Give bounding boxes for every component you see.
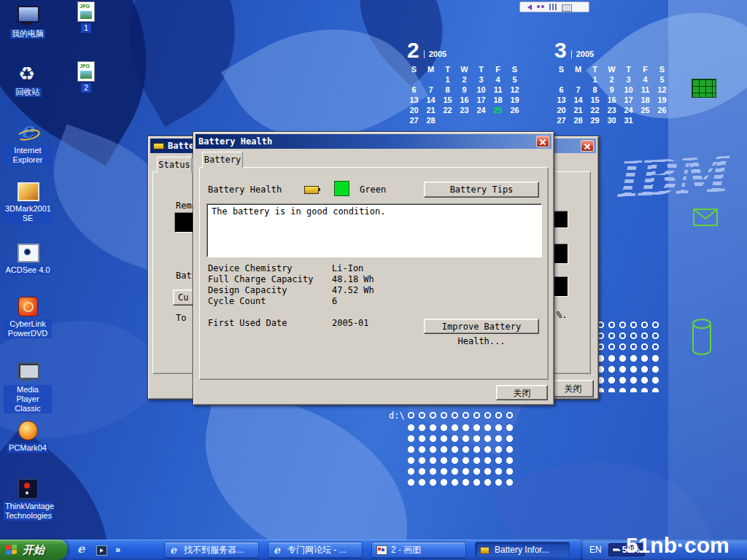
battery-health-titlebar[interactable]: Battery Health xyxy=(196,134,551,149)
field-value: 2005-01 xyxy=(332,318,369,328)
calendar-day: 3 xyxy=(620,74,637,85)
taskbar-task-2[interactable]: 专门网论坛 - ... xyxy=(268,542,363,558)
calendar-day: 30 xyxy=(603,115,620,125)
3dmark-icon xyxy=(15,179,40,203)
thinkvantage-icon xyxy=(15,477,40,500)
tab-status[interactable]: Status xyxy=(157,157,192,173)
desktop-icon-3dmark[interactable]: 3DMark2001 SE xyxy=(3,179,53,223)
image-thumbnail xyxy=(80,71,92,79)
pcmark-icon xyxy=(15,419,40,442)
battery-tips-button[interactable]: Battery Tips xyxy=(424,182,539,198)
battery-health-dialog[interactable]: Battery Health Battery Battery Health Gr… xyxy=(193,131,554,405)
quicklaunch-media-player[interactable] xyxy=(96,544,107,556)
file-icon-jpg-1[interactable]: JPG1 xyxy=(73,1,99,33)
calendar-month-number: 2 xyxy=(407,41,419,60)
calendar-day: 19 xyxy=(506,95,523,105)
calendar-day-header: T xyxy=(587,64,603,74)
language-indicator[interactable]: EN xyxy=(589,545,602,555)
calendar-day: 25 xyxy=(489,105,506,115)
field-label: Full Charge Capacity xyxy=(208,274,314,284)
field-value: 47.52 Wh xyxy=(332,285,374,295)
calendar-day: 24 xyxy=(473,105,489,115)
taskbar-task-3[interactable]: 2 - 画图 xyxy=(371,542,466,558)
desktop-icon-label: 我的电脑 xyxy=(10,29,45,39)
file-icon-jpg-2[interactable]: JPG2 xyxy=(73,61,99,93)
desktop-icon-powerdvd[interactable]: CyberLink PowerDVD xyxy=(3,295,53,338)
calendar-day: 14 xyxy=(422,95,439,105)
jpg-file-icon: JPG xyxy=(77,61,95,82)
speaker-icon xyxy=(525,4,532,10)
battery-cylinder-icon xyxy=(690,318,713,356)
dot-grid-pattern xyxy=(595,319,662,351)
taskbar-task-1[interactable]: 找不到服务器... xyxy=(164,542,259,558)
field-value: Li-Ion xyxy=(332,263,363,273)
desktop-icon-my-computer[interactable]: 我的电脑 xyxy=(3,4,53,39)
calendar-day: 10 xyxy=(620,85,637,95)
image-thumbnail xyxy=(80,11,92,19)
calendar-day-header: T xyxy=(473,64,489,74)
start-button[interactable]: 开始 xyxy=(0,540,67,560)
calendar-day: 12 xyxy=(506,85,523,95)
calendar-day: 8 xyxy=(587,85,603,95)
paint-icon xyxy=(376,545,387,555)
calendar-day: 2 xyxy=(456,74,473,85)
condition-textbox[interactable]: The battery is in good condition. xyxy=(206,203,542,257)
file-icon-label: 2 xyxy=(81,83,91,93)
ibm-logo: IBM xyxy=(612,141,732,220)
desktop-icon-mpc[interactable]: Media Player Classic xyxy=(3,360,53,413)
desktop-icon-thinkvantage[interactable]: ThinkVantage Technologies xyxy=(3,477,53,521)
dot-grid-pattern xyxy=(406,410,516,421)
improve-battery-health-button[interactable]: Improve Battery Health... xyxy=(424,319,539,334)
close-icon[interactable] xyxy=(536,136,549,147)
task-label: Battery Infor... xyxy=(495,545,549,555)
calendar-day: 6 xyxy=(406,85,422,95)
calendar-day xyxy=(570,74,587,85)
calendar-day: 6 xyxy=(553,85,570,95)
ie-icon xyxy=(169,545,180,555)
calendar-day xyxy=(506,115,523,125)
powerdvd-icon xyxy=(15,295,40,318)
calendar-day: 27 xyxy=(406,115,422,125)
acdsee-icon xyxy=(15,241,40,264)
close-button[interactable]: 关闭 xyxy=(496,385,548,400)
desktop-icon-label: PCMark04 xyxy=(7,443,48,453)
calendar-day: 19 xyxy=(654,95,670,105)
calendar-day: 25 xyxy=(637,105,654,115)
calendar-day: 12 xyxy=(654,85,670,95)
calendar-day: 24 xyxy=(620,105,637,115)
calendar-day: 23 xyxy=(603,105,620,115)
field-value: 6 xyxy=(332,296,337,306)
calendar-month-number: 3 xyxy=(554,41,567,60)
calendar-day: 9 xyxy=(603,85,620,95)
calendar-day: 11 xyxy=(637,85,654,95)
desktop-icon-internet-explorer[interactable]: Internet Explorer xyxy=(3,121,53,165)
quicklaunch-chevron[interactable]: » xyxy=(115,544,120,556)
calendar-day: 26 xyxy=(654,105,670,115)
close-button[interactable]: 关闭 xyxy=(552,380,594,397)
calendar-day: 5 xyxy=(506,74,523,85)
desktop-icon-acdsee[interactable]: ACDSee 4.0 xyxy=(3,241,53,275)
taskbar-task-4[interactable]: Battery Infor... xyxy=(475,542,570,558)
desktop-icon-pcmark[interactable]: PCMark04 xyxy=(3,419,53,453)
quicklaunch-ie[interactable] xyxy=(76,544,88,556)
close-icon[interactable] xyxy=(581,140,594,152)
calendar-day: 7 xyxy=(570,85,587,95)
field-label: Device Chemistry xyxy=(208,263,293,273)
desktop-icon-recycle-bin[interactable]: 回收站 xyxy=(3,63,53,97)
tab-battery[interactable]: Battery xyxy=(202,152,243,168)
drive-label: d:\ xyxy=(389,411,405,421)
calendar-day: 20 xyxy=(406,105,422,115)
calendar-year: 2005 xyxy=(424,50,446,58)
calendar-day: 26 xyxy=(506,105,523,115)
calendar-day: 8 xyxy=(439,85,456,95)
calendar-day: 16 xyxy=(603,95,620,105)
calendar-day: 27 xyxy=(553,115,570,125)
desktop-icon-label: CyberLink PowerDVD xyxy=(4,319,52,338)
start-label: 开始 xyxy=(23,543,44,557)
field-value: 48.18 Wh xyxy=(332,274,374,284)
spreadsheet-grid-icon xyxy=(692,79,716,98)
health-status: Green xyxy=(360,184,386,195)
jpg-file-icon: JPG xyxy=(77,1,95,22)
health-status-swatch xyxy=(334,181,349,196)
calendar-day-header: S xyxy=(506,64,523,74)
